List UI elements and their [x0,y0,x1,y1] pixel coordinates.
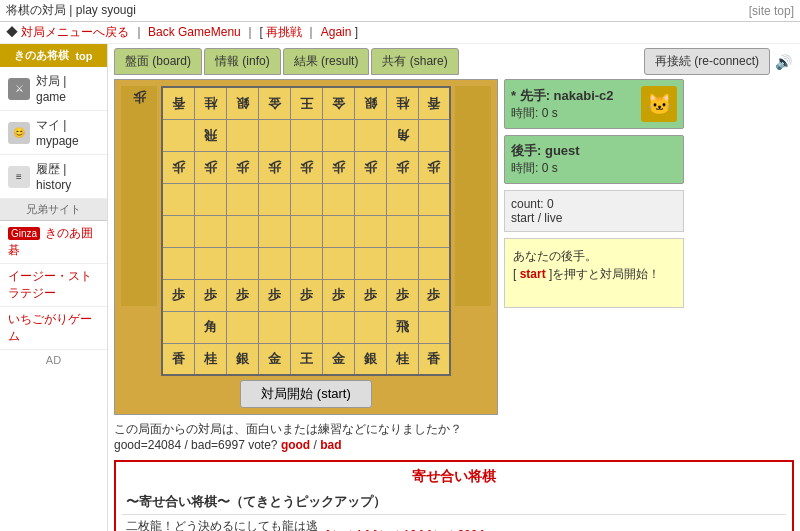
board-cell[interactable]: 香 [162,87,194,119]
start-game-button[interactable]: 対局開始 (start) [240,380,372,408]
board-cell[interactable]: 金 [322,343,354,375]
board-cell[interactable] [354,215,386,247]
board-cell[interactable] [354,119,386,151]
sidebar-item-igo[interactable]: Ginza きのあ囲碁 [0,221,107,264]
board-cell[interactable] [386,247,418,279]
board-cell[interactable] [162,247,194,279]
board-cell[interactable]: 歩 [226,279,258,311]
board-cell[interactable]: 香 [162,343,194,375]
board-cell[interactable] [322,183,354,215]
board-cell[interactable] [386,215,418,247]
board-cell[interactable] [322,311,354,343]
board-cell[interactable]: 歩 [354,151,386,183]
board-cell[interactable] [258,311,290,343]
board-cell[interactable] [162,311,194,343]
rematch-en-link[interactable]: Again [321,25,352,39]
site-top-link[interactable]: [site top] [749,4,794,18]
board-cell[interactable] [290,215,322,247]
board-cell[interactable]: 歩 [194,279,226,311]
board-cell[interactable] [354,247,386,279]
vote-good-link[interactable]: good [281,438,310,452]
board-cell[interactable] [386,183,418,215]
board-cell[interactable]: 銀 [354,343,386,375]
board-cell[interactable]: 歩 [290,151,322,183]
board-cell[interactable] [258,119,290,151]
board-cell[interactable] [258,215,290,247]
board-cell[interactable] [418,119,450,151]
board-cell[interactable]: 歩 [322,151,354,183]
rematch-jp-link[interactable]: 再挑戦 [266,25,302,39]
board-cell[interactable]: 王 [290,343,322,375]
board-cell[interactable]: 金 [258,343,290,375]
board-cell[interactable] [226,215,258,247]
board-cell[interactable] [354,311,386,343]
board-cell[interactable]: 歩 [162,279,194,311]
board-cell[interactable]: 桂 [194,87,226,119]
board-cell[interactable]: 香 [418,87,450,119]
vote-bad-link[interactable]: bad [320,438,341,452]
board-cell[interactable]: 歩 [386,279,418,311]
board-cell[interactable] [226,311,258,343]
board-cell[interactable]: 桂 [386,343,418,375]
board-cell[interactable]: 歩 [418,279,450,311]
board-cell[interactable] [418,183,450,215]
board-cell[interactable] [418,311,450,343]
board-cell[interactable]: 角 [386,119,418,151]
board-cell[interactable]: 銀 [226,343,258,375]
board-cell[interactable] [322,215,354,247]
board-cell[interactable]: 歩 [258,279,290,311]
board-cell[interactable] [322,247,354,279]
board-cell[interactable]: 香 [418,343,450,375]
board-cell[interactable]: 歩 [162,151,194,183]
sound-icon[interactable]: 🔊 [772,51,794,73]
board-cell[interactable] [290,119,322,151]
igo-link[interactable]: Ginza きのあ囲碁 [8,226,93,257]
board-cell[interactable] [258,247,290,279]
board-cell[interactable] [418,247,450,279]
board-cell[interactable] [226,119,258,151]
board-cell[interactable] [194,183,226,215]
board-cell[interactable]: 金 [258,87,290,119]
board-cell[interactable]: 歩 [354,279,386,311]
sidebar-item-strategy[interactable]: イージー・ストラテジー [0,264,107,307]
sidebar-item-mypage[interactable]: 😊 マイ | mypage [0,111,107,155]
board-cell[interactable] [290,247,322,279]
board-cell[interactable]: 歩 [226,151,258,183]
board-cell[interactable]: 角 [194,311,226,343]
tab-info[interactable]: 情報 (info) [204,48,281,75]
board-cell[interactable] [162,215,194,247]
tab-share[interactable]: 共有 (share) [371,48,458,75]
board-cell[interactable]: 金 [322,87,354,119]
board-cell[interactable]: 歩 [322,279,354,311]
ichigo-link[interactable]: いちごがりゲーム [8,312,92,343]
board-cell[interactable] [354,183,386,215]
board-cell[interactable] [226,247,258,279]
sidebar-item-game[interactable]: ⚔ 対局 | game [0,67,107,111]
board-cell[interactable]: 王 [290,87,322,119]
board-cell[interactable] [258,183,290,215]
board-cell[interactable]: 桂 [194,343,226,375]
sidebar-logo[interactable]: きのあ将棋 top [0,44,107,67]
back-game-menu-jp-link[interactable]: 対局メニューへ戻る [21,25,129,39]
tab-result[interactable]: 結果 (result) [283,48,370,75]
tab-board[interactable]: 盤面 (board) [114,48,202,75]
board-cell[interactable] [194,215,226,247]
board-cell[interactable] [194,247,226,279]
sidebar-item-ichigo[interactable]: いちごがりゲーム [0,307,107,350]
board-cell[interactable] [290,183,322,215]
board-cell[interactable]: 飛 [194,119,226,151]
board-cell[interactable] [162,183,194,215]
board-cell[interactable]: 銀 [226,87,258,119]
board-cell[interactable] [162,119,194,151]
board-cell[interactable]: 桂 [386,87,418,119]
board-cell[interactable]: 歩 [290,279,322,311]
board-cell[interactable]: 歩 [194,151,226,183]
board-cell[interactable] [322,119,354,151]
board-cell[interactable]: 歩 [258,151,290,183]
sidebar-item-history[interactable]: ≡ 履歴 | history [0,155,107,199]
board-cell[interactable] [418,215,450,247]
board-cell[interactable] [290,311,322,343]
board-cell[interactable]: 歩 [418,151,450,183]
back-game-menu-en-link[interactable]: Back GameMenu [148,25,241,39]
board-cell[interactable]: 飛 [386,311,418,343]
